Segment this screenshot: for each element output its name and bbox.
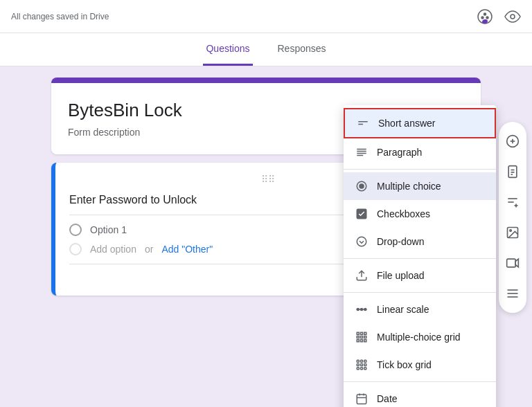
add-section-button[interactable] [499, 280, 526, 307]
menu-label-linear-scale: Linear scale [377, 304, 429, 315]
top-bar: All changes saved in Drive [0, 0, 532, 33]
menu-item-tick-grid[interactable]: Tick box grid [344, 351, 496, 379]
menu-label-short-answer: Short answer [378, 118, 435, 129]
tabs-bar: Questions Responses [0, 33, 532, 66]
date-icon [355, 392, 369, 406]
menu-label-dropdown: Drop-down [377, 236, 424, 247]
svg-point-35 [357, 237, 366, 246]
menu-item-dropdown[interactable]: Drop-down [344, 228, 496, 255]
menu-label-paragraph: Paragraph [377, 147, 422, 158]
menu-item-date[interactable]: Date [344, 385, 496, 407]
svg-rect-45 [361, 336, 363, 338]
svg-point-33 [360, 184, 364, 188]
menu-item-file-upload[interactable]: File upload [344, 262, 496, 289]
saved-status: All changes saved in Drive [11, 12, 109, 21]
palette-icon[interactable] [477, 8, 493, 25]
menu-label-checkboxes: Checkboxes [377, 208, 430, 219]
add-option-text[interactable]: Add option [90, 244, 136, 255]
svg-rect-43 [364, 332, 366, 334]
svg-rect-44 [357, 336, 359, 338]
svg-point-38 [357, 309, 359, 311]
main-content: BytesBin Lock Form description ⠿⠿ Option… [0, 66, 532, 307]
menu-divider-3 [344, 292, 496, 293]
svg-rect-42 [361, 332, 363, 334]
paragraph-icon [355, 145, 369, 159]
svg-rect-41 [357, 332, 359, 334]
menu-item-mc-grid[interactable]: Multiple-choice grid [344, 323, 496, 351]
menu-item-linear-scale[interactable]: Linear scale [344, 296, 496, 323]
svg-rect-51 [361, 360, 363, 362]
add-option-radio [69, 243, 82, 255]
file-upload-icon [355, 269, 369, 282]
svg-point-39 [361, 309, 363, 311]
short-answer-icon [356, 116, 370, 130]
svg-point-2 [486, 17, 488, 19]
right-toolbar [499, 122, 526, 313]
menu-divider-1 [344, 169, 496, 170]
tab-questions[interactable]: Questions [203, 33, 252, 66]
svg-rect-55 [364, 364, 366, 366]
menu-item-multiple-choice[interactable]: Multiple choice [344, 172, 496, 200]
question-type-dropdown: Short answer Paragraph [344, 105, 496, 407]
add-title-button[interactable] [499, 188, 526, 216]
svg-rect-48 [361, 340, 363, 342]
svg-rect-56 [357, 368, 359, 370]
tab-responses[interactable]: Responses [275, 33, 329, 66]
menu-divider-2 [344, 258, 496, 259]
menu-label-date: Date [377, 393, 398, 404]
preview-icon[interactable] [504, 8, 521, 25]
multiple-choice-icon [355, 179, 369, 193]
menu-divider-4 [344, 381, 496, 382]
checkboxes-icon [355, 207, 369, 221]
menu-item-short-answer[interactable]: Short answer [344, 108, 496, 138]
top-bar-actions [477, 8, 521, 25]
svg-rect-50 [357, 360, 359, 362]
linear-scale-icon [355, 302, 369, 316]
svg-rect-47 [357, 340, 359, 342]
svg-rect-53 [357, 364, 359, 366]
option-1-label: Option 1 [90, 224, 127, 235]
or-text: or [145, 244, 153, 255]
svg-point-20 [510, 230, 512, 232]
svg-point-1 [481, 17, 484, 19]
radio-circle [69, 224, 82, 236]
menu-label-mc-grid: Multiple-choice grid [377, 332, 461, 343]
add-question-button[interactable] [499, 127, 526, 155]
menu-item-checkboxes[interactable]: Checkboxes [344, 200, 496, 228]
svg-rect-57 [361, 368, 363, 370]
svg-rect-54 [361, 364, 363, 366]
menu-item-paragraph[interactable]: Paragraph [344, 138, 496, 166]
menu-label-tick-grid: Tick box grid [377, 359, 432, 370]
tick-grid-icon [355, 358, 369, 372]
svg-rect-58 [364, 368, 366, 370]
import-question-button[interactable] [499, 158, 526, 186]
mc-grid-icon [355, 330, 369, 344]
add-image-button[interactable] [499, 219, 526, 246]
dropdown-icon [355, 235, 369, 248]
menu-label-multiple-choice: Multiple choice [377, 181, 441, 192]
svg-point-3 [484, 13, 486, 15]
add-other-link[interactable]: Add "Other" [161, 244, 213, 255]
svg-point-40 [364, 309, 366, 311]
menu-label-file-upload: File upload [377, 270, 425, 281]
svg-rect-59 [357, 395, 366, 404]
add-video-button[interactable] [499, 249, 526, 277]
svg-rect-49 [364, 340, 366, 342]
svg-rect-52 [364, 360, 366, 362]
svg-rect-21 [507, 259, 516, 267]
svg-rect-46 [364, 336, 366, 338]
svg-point-4 [511, 15, 515, 19]
